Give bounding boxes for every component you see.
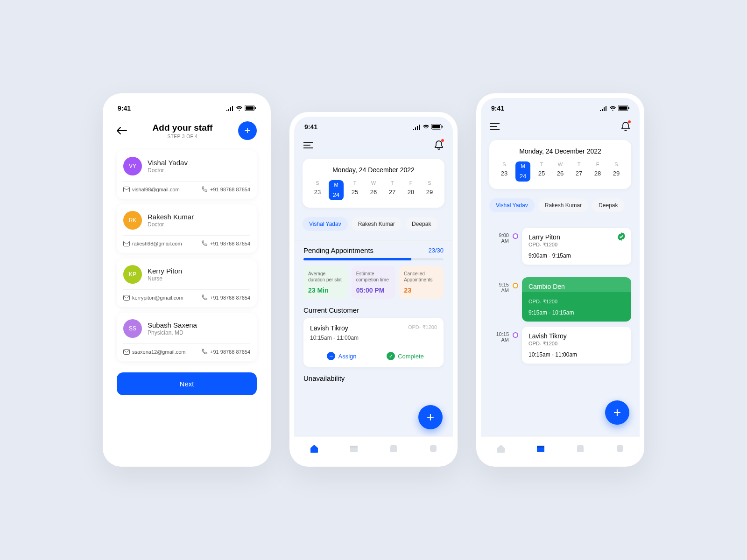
- staff-card[interactable]: RK Rakesh Kumar Doctor rakesh98@gmail.co…: [117, 204, 257, 253]
- staff-chip[interactable]: Deepak: [405, 217, 437, 231]
- status-bar: 9:41: [107, 98, 266, 116]
- appointment-card[interactable]: Cambio Den: [522, 277, 631, 292]
- status-icons: [226, 105, 256, 111]
- notifications-icon[interactable]: [434, 140, 444, 150]
- add-fab[interactable]: +: [605, 400, 629, 425]
- timeline-dot: [513, 283, 518, 288]
- staff-phone: +91 98768 87654: [202, 186, 250, 192]
- svg-rect-2: [255, 107, 256, 109]
- appointment-card[interactable]: Larry Piton OPD- ₹1200 9:00am - 9:15am: [522, 228, 631, 265]
- stat-card: Average duration per slot 23 Min: [303, 266, 348, 299]
- svg-rect-8: [432, 125, 440, 128]
- stat-card: Cancelled Appointments 23: [399, 266, 444, 299]
- timeline-dot: [513, 233, 518, 239]
- calendar-day[interactable]: W 26: [365, 180, 382, 200]
- current-customer-title: Current Customer: [303, 306, 444, 314]
- appointment-card-body[interactable]: OPD- ₹1200 9:15am - 10:15am: [522, 292, 631, 322]
- complete-button[interactable]: ✓ Complete: [374, 352, 437, 360]
- svg-rect-6: [124, 349, 130, 354]
- notifications-icon[interactable]: [621, 121, 630, 132]
- pending-count: 23/30: [428, 247, 444, 254]
- stat-value: 23: [404, 287, 439, 294]
- back-arrow-icon[interactable]: [117, 127, 127, 134]
- staff-email: ssaxena12@gmail.com: [123, 349, 186, 355]
- nav-more-icon[interactable]: [428, 443, 438, 454]
- avatar: SS: [123, 319, 142, 338]
- phone-icon: [202, 240, 208, 246]
- calendar-day[interactable]: W 26: [552, 161, 569, 182]
- svg-rect-1: [246, 106, 254, 110]
- next-button[interactable]: Next: [117, 372, 257, 395]
- nav-home-icon[interactable]: [496, 443, 506, 454]
- calendar-day[interactable]: T 25: [346, 180, 363, 200]
- stat-value: 05:00 PM: [356, 287, 391, 294]
- appointment-time: 10:15am - 11:00am: [529, 351, 625, 358]
- calendar-day[interactable]: S 23: [496, 161, 513, 182]
- current-customer-card: Lavish Tikroy OPD- ₹1200 10:15am - 11:00…: [303, 318, 444, 367]
- calendar-day[interactable]: S 29: [421, 180, 438, 200]
- staff-name: Subash Saxena: [148, 321, 250, 329]
- bottom-nav: [481, 436, 640, 462]
- status-bar: 9:41: [294, 117, 453, 134]
- status-icons: [600, 105, 629, 111]
- menu-icon[interactable]: [303, 142, 313, 148]
- nav-home-icon[interactable]: [309, 443, 319, 454]
- calendar-day[interactable]: T 25: [533, 161, 550, 182]
- staff-card[interactable]: KP Kerry Piton Nurse kerrypiton@gmail.co…: [117, 259, 257, 307]
- staff-role: Doctor: [148, 167, 250, 174]
- nav-calendar-icon[interactable]: [349, 443, 359, 454]
- calendar-day[interactable]: F 28: [589, 161, 606, 182]
- staff-chip[interactable]: Rakesh Kumar: [538, 198, 588, 212]
- stat-value: 23 Min: [308, 287, 343, 294]
- assign-button[interactable]: → Assign: [310, 352, 374, 360]
- calendar-day[interactable]: M 24: [328, 180, 345, 200]
- add-staff-button[interactable]: +: [238, 121, 257, 140]
- staff-chip[interactable]: Vishal Yadav: [303, 217, 348, 231]
- calendar-day[interactable]: F 28: [402, 180, 419, 200]
- calendar-day[interactable]: M 24: [514, 161, 531, 182]
- appointment-time: 9:15am - 10:15am: [529, 309, 625, 316]
- appointment-card[interactable]: Lavish Tikroy OPD- ₹1200 10:15am - 11:00…: [522, 327, 631, 364]
- status-time: 9:41: [118, 105, 131, 112]
- stat-card: Estimate completion time 05:00 PM: [352, 266, 396, 299]
- add-fab[interactable]: +: [418, 405, 443, 429]
- svg-rect-15: [628, 107, 629, 109]
- mail-icon: [123, 295, 130, 301]
- verified-icon: [617, 232, 626, 241]
- staff-chip[interactable]: Deepak: [592, 198, 624, 212]
- staff-phone: +91 98768 87654: [202, 240, 250, 246]
- staff-card[interactable]: VY Vishal Yadav Doctor vishal98@gmail.co…: [117, 150, 257, 199]
- bottom-nav: [294, 436, 453, 462]
- phone-icon: [202, 349, 208, 355]
- svg-rect-4: [124, 241, 130, 246]
- svg-rect-11: [350, 446, 358, 448]
- svg-rect-3: [124, 187, 130, 192]
- status-time: 9:41: [304, 123, 317, 131]
- mail-icon: [123, 241, 130, 246]
- customer-name: Lavish Tikroy: [310, 324, 348, 332]
- menu-icon[interactable]: [490, 123, 500, 130]
- time-label: 10:15AM: [489, 327, 509, 343]
- staff-card[interactable]: SS Subash Saxena Physician, MD ssaxena12…: [117, 313, 257, 361]
- calendar-day[interactable]: S 29: [608, 161, 625, 182]
- staff-chip[interactable]: Vishal Yadav: [489, 198, 535, 212]
- status-time: 9:41: [491, 105, 504, 112]
- nav-shop-icon[interactable]: [575, 443, 585, 454]
- nav-shop-icon[interactable]: [388, 443, 399, 454]
- staff-chip[interactable]: Rakesh Kumar: [352, 217, 402, 231]
- appointment-time: 9:00am - 9:15am: [529, 252, 625, 259]
- appointment-name: Cambio Den: [529, 283, 625, 290]
- customer-tag: OPD- ₹1200: [408, 324, 437, 332]
- nav-calendar-icon[interactable]: [536, 443, 546, 454]
- time-label: 9:15AM: [489, 277, 509, 293]
- calendar-day[interactable]: T 27: [384, 180, 401, 200]
- nav-more-icon[interactable]: [615, 443, 625, 454]
- staff-name: Rakesh Kumar: [148, 213, 250, 221]
- calendar-day[interactable]: S 23: [309, 180, 326, 200]
- mail-icon: [123, 349, 130, 355]
- calendar-day[interactable]: T 27: [571, 161, 587, 182]
- stat-label: Average duration per slot: [308, 271, 343, 283]
- appointment-meta: OPD- ₹1200: [529, 341, 625, 347]
- time-label: 9:00AM: [489, 228, 509, 244]
- staff-role: Doctor: [148, 221, 250, 228]
